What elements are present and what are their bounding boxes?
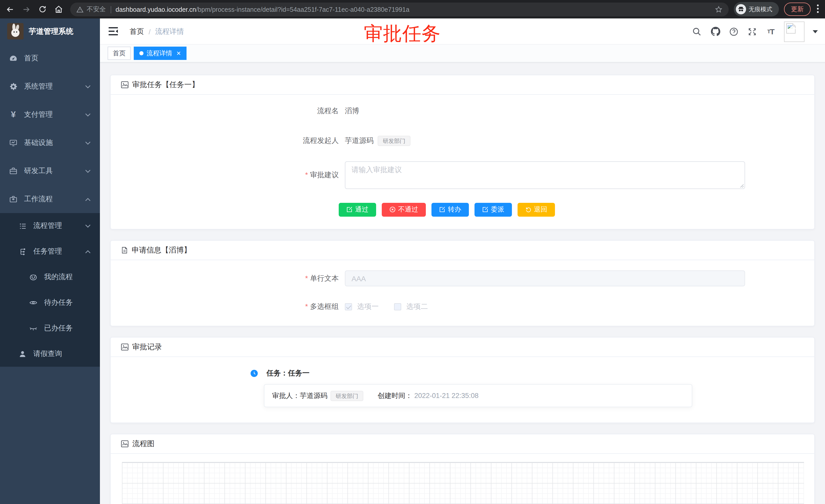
bookmark-star-icon[interactable] [715,6,723,13]
breadcrumb-separator: / [149,27,151,35]
sidebar-item-system[interactable]: 系统管理 [0,72,100,100]
browser-back-icon[interactable] [4,4,15,15]
card-title: 审批记录 [132,342,162,352]
main-content: 审批任务【任务一】 流程名 滔博 流程发起人 芋道源码 研发部门 审批建议 [100,63,825,504]
warning-icon [76,6,83,13]
dashboard-icon [9,54,17,62]
close-icon[interactable]: ✕ [176,50,181,57]
tab-home[interactable]: 首页 [107,47,131,60]
delegate-button[interactable]: 委派 [474,202,512,217]
help-icon[interactable] [729,26,739,36]
sidebar-item-label: 我的流程 [44,272,73,282]
search-icon[interactable] [692,26,702,36]
sidebar-item-my-process[interactable]: 我的流程 [0,264,100,290]
avatar-caret-icon[interactable] [813,30,818,33]
url-path: /bpm/process-instance/detail?id=54aa251f… [196,6,409,13]
apply-info-form: 单行文本 AAA 多选框组 选项一 选项二 [111,260,814,326]
tab-process-detail[interactable]: 流程详情 ✕ [134,47,186,60]
monitor-icon [9,139,17,147]
text-field-value: AAA [352,274,366,282]
browser-home-icon[interactable] [53,4,64,15]
app-logo-row[interactable]: 芋道管理系统 [0,18,100,44]
sidebar-item-home[interactable]: 首页 [0,44,100,72]
bpmn-canvas[interactable] [122,462,804,504]
font-size-icon[interactable]: TT [765,26,776,36]
checkbox-unchecked-icon [394,303,401,310]
chevron-up-icon [85,250,91,254]
incognito-badge: 无痕模式 [734,2,779,16]
breadcrumb-home[interactable]: 首页 [130,27,144,36]
breadcrumb-current: 流程详情 [155,27,184,36]
comment-label: 审批建议 [121,171,339,180]
button-label: 不通过 [398,205,418,214]
process-name-value: 滔博 [345,106,359,116]
approve-record-card-header: 审批记录 [111,338,814,357]
card-title: 流程图 [132,439,154,449]
yen-icon: ¥ [9,110,17,118]
chevron-down-icon [85,169,91,173]
sidebar-item-workflow[interactable]: 工作流程 [0,185,100,213]
screen: 不安全 dashboard.yudao.iocoder.cn/bpm/proce… [0,0,825,504]
sidebar-item-payment[interactable]: ¥ 支付管理 [0,100,100,129]
browser-menu-icon[interactable] [817,4,819,13]
sidebar-item-label: 基础设施 [24,138,53,147]
apply-info-card-header: 申请信息【滔博】 [111,241,814,260]
sidebar-item-process-mgmt[interactable]: 流程管理 [0,213,100,239]
tree-icon [18,247,27,256]
transfer-button[interactable]: 转办 [432,202,469,217]
picture-icon [121,343,129,351]
breadcrumb: 首页 / 流程详情 [130,18,184,45]
chevron-up-icon [85,197,91,201]
url-bar[interactable]: 不安全 dashboard.yudao.iocoder.cn/bpm/proce… [70,3,729,16]
gear-icon [9,82,17,90]
sidebar-item-devtools[interactable]: 研发工具 [0,157,100,185]
sidebar-item-infra[interactable]: 基础设施 [0,129,100,157]
picture-icon [121,81,129,89]
approve-task-card-header: 审批任务【任务一】 [111,75,814,95]
fullscreen-icon[interactable] [747,26,757,36]
approve-task-form: 流程名 滔博 流程发起人 芋道源码 研发部门 审批建议 [111,95,814,229]
github-icon[interactable] [710,26,721,36]
process-name-row: 流程名 滔博 [121,102,804,120]
approve-actions: 通过 不通过 转办 委派 [339,200,804,219]
url-separator [110,6,111,13]
active-dot [139,51,144,55]
header-actions: TT [692,18,818,45]
eye-closed-icon [29,324,38,332]
sidebar-item-leave-query[interactable]: 请假查询 [0,341,100,367]
comment-textarea[interactable] [345,161,745,189]
initiator-row: 流程发起人 芋道源码 研发部门 [121,132,804,150]
edit-icon [439,206,445,213]
initiator-name: 芋道源码 [345,136,374,146]
approve-button[interactable]: 通过 [339,202,376,217]
browser-update-button[interactable]: 更新 [784,3,811,16]
tab-label: 流程详情 [147,49,172,58]
sidebar-collapse-icon[interactable] [108,27,118,35]
button-label: 通过 [355,205,368,214]
checkbox-group-row: 多选框组 选项一 选项二 [121,299,804,315]
resize-grip-icon[interactable] [740,184,744,188]
return-button[interactable]: 退回 [518,202,555,217]
browser-chrome: 不安全 dashboard.yudao.iocoder.cn/bpm/proce… [0,0,825,18]
checkbox-option-1: 选项一 [345,302,379,311]
process-diagram-card: 流程图 [110,434,815,504]
browser-forward-icon[interactable] [20,4,32,15]
apply-info-card: 申请信息【滔博】 单行文本 AAA 多选框组 选项一 [110,240,815,326]
checkbox-group: 选项一 选项二 [345,302,428,311]
circle-close-icon [389,206,395,213]
avatar[interactable] [784,21,805,42]
button-label: 退回 [534,205,547,214]
browser-reload-icon[interactable] [37,4,48,15]
sidebar-item-done-tasks[interactable]: 已办任务 [0,316,100,341]
chevron-down-icon [85,141,91,145]
sidebar-item-label: 首页 [24,54,39,63]
sidebar-item-todo-tasks[interactable]: 待办任务 [0,290,100,316]
briefcase-icon [9,195,17,203]
approve-record-card: 审批记录 任务：任务一 审批人： 芋道源码 研发部门 创建时间： 2022-01… [110,337,815,423]
edit-icon [482,206,489,213]
eye-open-icon [29,299,38,307]
sidebar-item-task-mgmt[interactable]: 任务管理 [0,239,100,264]
initiator-value: 芋道源码 研发部门 [345,136,410,146]
reject-button[interactable]: 不通过 [382,202,426,217]
checkbox-label: 选项二 [406,302,428,311]
